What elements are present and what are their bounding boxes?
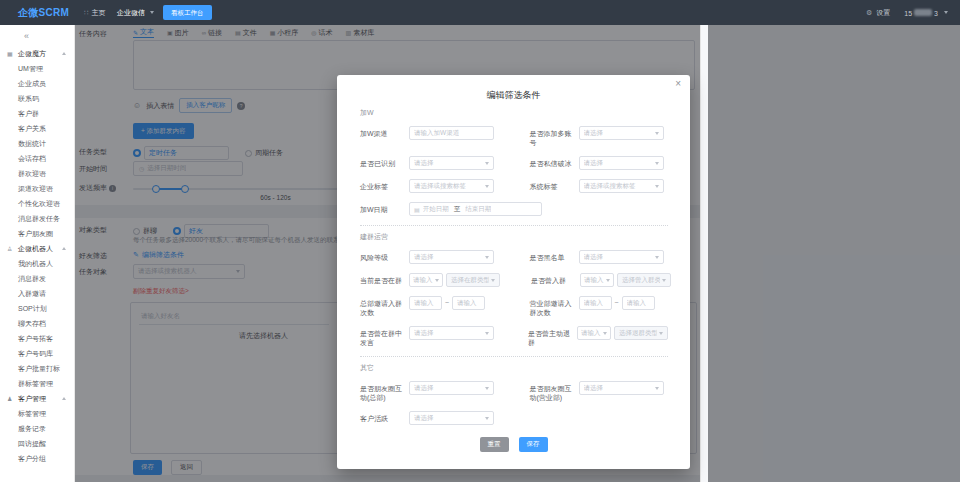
chevron-down-icon xyxy=(659,332,663,335)
cube-icon: ▦ xyxy=(7,50,15,57)
sidebar-item[interactable]: UM管理 xyxy=(0,61,74,76)
field-label: 是否曾主动退群 xyxy=(528,326,575,347)
sidebar-item[interactable]: 个性化欢迎语 xyxy=(0,196,74,211)
select[interactable]: 请选择 xyxy=(579,250,664,264)
select-placeholder: 请选择 xyxy=(414,329,434,338)
select[interactable]: 请输入 xyxy=(577,326,611,340)
modal-save-button[interactable]: 保存 xyxy=(519,437,548,452)
sidebar-item[interactable]: 消息群发任务 xyxy=(0,211,74,226)
select[interactable]: 请选择 xyxy=(409,156,494,170)
select[interactable]: 选择在群类型 xyxy=(446,273,500,287)
range-separator: ~ xyxy=(615,296,619,310)
select-placeholder: 请选择 xyxy=(414,253,434,262)
select[interactable]: 请选择 xyxy=(409,381,494,395)
date-end-placeholder: 结束日期 xyxy=(465,205,491,214)
text-input[interactable]: 请输入加W渠道 xyxy=(409,126,494,140)
select-placeholder: 请输入 xyxy=(584,276,604,285)
select[interactable]: 请选择 xyxy=(409,326,494,340)
sidebar-item[interactable]: 消息群发 xyxy=(0,271,74,286)
filter-row: 是否已识别请选择是否私信破冰请选择 xyxy=(360,156,668,170)
sidebar-item[interactable]: 聊天存档 xyxy=(0,316,74,331)
filter-row: 加W日期▤开始日期至结束日期 xyxy=(360,202,668,216)
sidebar-item[interactable]: 客户批量打标 xyxy=(0,361,74,376)
sidebar-item[interactable]: 客户关系 xyxy=(0,121,74,136)
sidebar-item[interactable]: 联系码 xyxy=(0,91,74,106)
nav-wecom[interactable]: 企业微信 xyxy=(117,0,154,25)
select[interactable]: 请选择 xyxy=(409,411,494,425)
filter-field: 系统标签请选择或搜索标签 xyxy=(530,179,669,193)
sidebar-item[interactable]: 我的机器人 xyxy=(0,256,74,271)
sidebar-item[interactable]: 客户分组 xyxy=(0,451,74,466)
text-input[interactable]: 请输入 xyxy=(579,296,612,310)
sidebar-group-label: 企微机器人 xyxy=(18,244,53,254)
edit-filter-modal: 编辑筛选条件 × 加W加W渠道请输入加W渠道是否添加多账号请选择是否已识别请选择… xyxy=(337,75,690,469)
sidebar-group[interactable]: ▦企微魔方 xyxy=(0,46,74,61)
input-placeholder: 请输入 xyxy=(414,299,434,308)
field-label: 风险等级 xyxy=(360,250,407,264)
page-scrollbar[interactable] xyxy=(700,25,708,482)
select[interactable]: 请输入 xyxy=(409,273,443,287)
field-label: 总部邀请入群次数 xyxy=(360,296,407,317)
sidebar-item[interactable]: 入群邀请 xyxy=(0,286,74,301)
sidebar-item[interactable]: 标签管理 xyxy=(0,406,74,421)
sidebar-item[interactable]: 群标签管理 xyxy=(0,376,74,391)
select[interactable]: 请选择 xyxy=(579,381,664,395)
select[interactable]: 请选择或搜索标签 xyxy=(579,179,664,193)
sidebar-item[interactable]: 服务记录 xyxy=(0,421,74,436)
select-placeholder: 请输入 xyxy=(413,276,433,285)
user-phone[interactable]: 153 xyxy=(904,9,938,17)
sidebar-item[interactable]: 会话存档 xyxy=(0,151,74,166)
field-label: 系统标签 xyxy=(530,179,577,193)
select-placeholder: 选择在群类型 xyxy=(451,276,489,285)
sidebar-item[interactable]: 客户号码库 xyxy=(0,346,74,361)
filter-field: 是否已识别请选择 xyxy=(360,156,499,170)
field-label: 是否私信破冰 xyxy=(530,156,577,170)
field-label: 是否朋友圈互动(总部) xyxy=(360,381,407,402)
sidebar-item[interactable]: 回访提醒 xyxy=(0,436,74,451)
sidebar-item[interactable]: 客户朋友圈 xyxy=(0,226,74,241)
chevron-down-icon xyxy=(655,132,659,135)
sidebar-item[interactable]: 群欢迎语 xyxy=(0,166,74,181)
chevron-down-icon xyxy=(655,185,659,188)
select[interactable]: 请选择 xyxy=(409,250,494,264)
chevron-down-icon xyxy=(662,279,666,282)
sidebar-item[interactable]: SOP计划 xyxy=(0,301,74,316)
sidebar-item[interactable]: 企业成员 xyxy=(0,76,74,91)
sidebar-group[interactable]: ♟客户管理 xyxy=(0,391,74,406)
field-label: 是否添加多账号 xyxy=(530,126,577,147)
text-input[interactable]: 请输入 xyxy=(452,296,485,310)
field-label: 是否朋友圈互动(营业部) xyxy=(530,381,577,402)
sidebar-item[interactable]: 客户群 xyxy=(0,106,74,121)
sidebar-group-label: 企微魔方 xyxy=(18,49,46,59)
chevron-down-icon xyxy=(485,256,489,259)
nav-home[interactable]: ∷ 主页 xyxy=(84,0,105,25)
modal-section-title: 加W xyxy=(360,108,668,118)
input-placeholder: 请输入 xyxy=(627,299,647,308)
chevron-up-icon xyxy=(62,397,66,400)
modal-title: 编辑筛选条件 xyxy=(487,90,541,100)
select[interactable]: 请选择 xyxy=(579,126,664,140)
select[interactable]: 请选择 xyxy=(579,156,664,170)
select[interactable]: 选择曾入群类型 xyxy=(617,273,671,287)
select-placeholder: 请选择 xyxy=(414,384,434,393)
calendar-icon: ▤ xyxy=(414,206,420,213)
select[interactable]: 请输入 xyxy=(580,273,614,287)
sidebar-item[interactable]: 数据统计 xyxy=(0,136,74,151)
chevron-down-icon xyxy=(655,162,659,165)
select-placeholder: 选择曾入群类型 xyxy=(622,276,660,285)
sidebar-item[interactable]: 渠道欢迎语 xyxy=(0,181,74,196)
sidebar-group[interactable]: ♙企微机器人 xyxy=(0,241,74,256)
settings-link[interactable]: 设置 xyxy=(876,8,890,18)
daterange-input[interactable]: ▤开始日期至结束日期 xyxy=(409,202,542,216)
sidebar-collapse-button[interactable]: « xyxy=(0,25,74,46)
close-icon[interactable]: × xyxy=(675,79,681,89)
text-input[interactable]: 请输入 xyxy=(409,296,442,310)
workbench-button[interactable]: 看板工作台 xyxy=(163,5,212,20)
text-input[interactable]: 请输入 xyxy=(622,296,655,310)
sidebar-item[interactable]: 客户号拓客 xyxy=(0,331,74,346)
filter-row: 是否曾在群中发言请选择是否曾主动退群请输入选择退群类型 xyxy=(360,326,668,347)
filter-row: 加W渠道请输入加W渠道是否添加多账号请选择 xyxy=(360,126,668,147)
select[interactable]: 请选择或搜索标签 xyxy=(409,179,494,193)
reset-button[interactable]: 重置 xyxy=(480,437,509,452)
select[interactable]: 选择退群类型 xyxy=(614,326,668,340)
